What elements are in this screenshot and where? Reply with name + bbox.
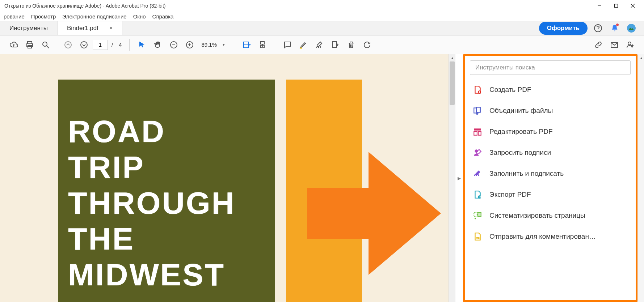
pointer-icon[interactable] [135,38,149,52]
scroll-thumb[interactable] [450,61,455,105]
menu-item[interactable]: Электронное подписание [62,13,126,20]
svg-rect-31 [474,132,477,135]
tool-item-edit-pdf[interactable]: Редактировать PDF [465,121,636,142]
help-icon[interactable] [592,22,604,34]
tab-label: Инструменты [9,25,48,32]
vertical-scrollbar[interactable]: ▴ [449,54,455,302]
page-up-icon[interactable] [61,38,75,52]
email-icon[interactable] [607,38,622,52]
svg-rect-36 [478,212,481,216]
page-down-icon[interactable] [77,38,91,52]
organize-pages-icon [472,210,483,221]
caret-down-icon: ▼ [222,43,226,47]
document-block-olive: ROAD TRIP THROUGH THE MIDWEST [58,80,275,302]
svg-rect-32 [478,132,481,135]
notifications-icon[interactable] [609,22,621,34]
svg-rect-35 [474,212,477,216]
maximize-button[interactable] [608,0,624,12]
tools-list: Создать PDFОбъединить файлыРедактировать… [465,78,636,300]
tool-item-create-pdf[interactable]: Создать PDF [465,79,636,100]
highlight-icon[interactable] [296,38,311,52]
zoom-value: 89.1% [202,42,217,48]
tools-panel: Создать PDFОбъединить файлыРедактировать… [463,54,637,302]
window-controls [591,0,641,12]
minimize-button[interactable] [591,0,608,12]
menu-item[interactable]: рование [4,13,25,20]
svg-point-24 [628,42,631,45]
scroll-up-icon[interactable]: ▴ [638,54,644,61]
rotate-icon[interactable] [360,38,374,52]
tool-item-organize-pages[interactable]: Систематизировать страницы [465,205,636,226]
tools-search-input[interactable] [470,60,631,75]
menubar: рование Просмотр Электронное подписание … [0,12,644,21]
menu-item[interactable]: Просмотр [31,13,56,20]
zoom-select[interactable]: 89.1% ▼ [198,39,229,50]
tool-item-label: Запросить подписи [489,149,628,157]
print-icon[interactable] [22,38,37,52]
tabbar: Инструменты Binder1.pdf × Оформить [0,21,644,35]
tool-item-fill-sign[interactable]: Заполнить и подписать [465,163,636,184]
document-heading: ROAD TRIP THROUGH THE MIDWEST [58,80,275,292]
svg-line-11 [47,46,49,48]
svg-marker-25 [307,152,441,275]
window-title: Открыто из Облачное хранилище Adobe) - A… [3,3,165,9]
close-button[interactable] [624,0,641,12]
scroll-up-icon[interactable]: ▴ [449,54,455,61]
delete-icon[interactable] [344,38,358,52]
page-number-input[interactable] [93,40,108,50]
titlebar: Открыто из Облачное хранилище Adobe) - A… [0,0,644,12]
profile-avatar[interactable] [625,22,637,34]
svg-rect-22 [332,42,337,47]
scroll-mode-icon[interactable] [255,38,270,52]
svg-rect-1 [615,4,618,8]
menu-item[interactable]: Справка [152,13,174,20]
tool-item-request-sign[interactable]: Запросить подписи [465,142,636,163]
sign-icon[interactable] [312,38,327,52]
request-sign-icon [472,147,483,158]
edit-pdf-icon [472,126,483,137]
panel-scrollbar[interactable]: ▴ [637,54,644,302]
tab-close-icon[interactable]: × [109,25,113,31]
tools-search-wrap [470,60,631,75]
tool-item-label: Экспорт PDF [489,191,628,199]
svg-point-12 [65,42,71,48]
create-pdf-icon [472,84,483,95]
page-separator: / [109,42,115,48]
tool-item-label: Заполнить и подписать [489,170,628,178]
tab-tools[interactable]: Инструменты [0,21,58,35]
edit-text-icon[interactable] [328,38,342,52]
fill-sign-icon [472,168,483,179]
tool-item-label: Систематизировать страницы [489,212,628,220]
search-icon[interactable] [38,38,53,52]
subscribe-button[interactable]: Оформить [539,22,588,35]
fit-width-icon[interactable]: ▾ [239,38,254,52]
svg-rect-20 [261,42,264,44]
hand-icon[interactable] [151,38,165,52]
tool-item-label: Редактировать PDF [489,128,628,136]
menu-item[interactable]: Окно [133,13,146,20]
zoom-in-icon[interactable] [182,38,197,52]
document-viewport[interactable]: ROAD TRIP THROUGH THE MIDWEST ▴ [0,54,455,302]
tab-label: Binder1.pdf [67,25,98,32]
panel-collapse-handle[interactable]: ▶ [455,54,463,302]
arrow-icon [307,145,445,282]
send-comment-icon [472,231,483,242]
save-cloud-icon[interactable] [7,38,21,52]
svg-point-10 [43,42,47,46]
tab-document[interactable]: Binder1.pdf × [58,21,122,35]
tool-item-label: Объединить файлы [489,107,628,115]
svg-point-6 [627,24,636,33]
export-pdf-icon [472,189,483,200]
tool-item-send-comment[interactable]: Отправить для комментирован… [465,226,636,247]
tool-item-label: Создать PDF [489,86,628,94]
svg-point-5 [598,30,598,31]
zoom-out-icon[interactable] [167,38,181,52]
svg-rect-28 [476,107,480,112]
comment-icon[interactable] [280,38,295,52]
tool-item-combine-files[interactable]: Объединить файлы [465,100,636,121]
share-people-icon[interactable] [623,38,637,52]
tool-item-label: Отправить для комментирован… [489,233,628,241]
share-link-icon[interactable] [591,38,606,52]
tool-item-export-pdf[interactable]: Экспорт PDF [465,184,636,205]
toolbar: / 4 89.1% ▼ ▾ [0,35,644,54]
